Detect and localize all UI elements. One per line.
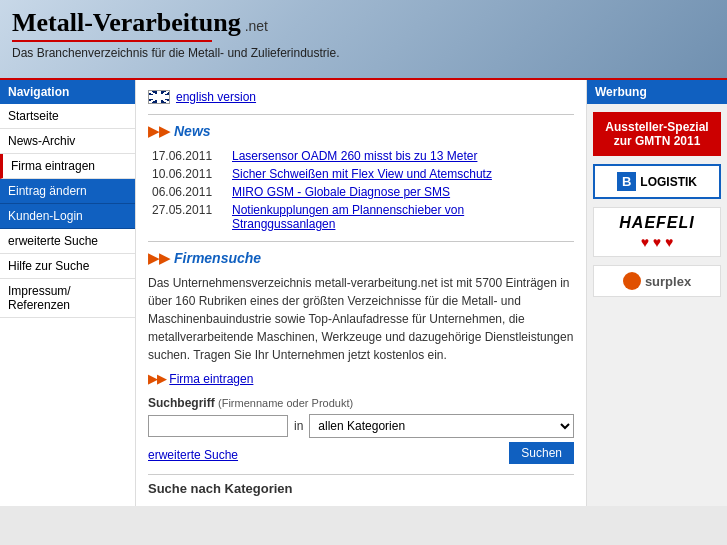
ad-surplex-text: surplex: [645, 274, 691, 289]
sidebar-item-news-archiv[interactable]: News-Archiv: [0, 129, 135, 154]
main-content: english version ▶▶ News 17.06.2011 Laser…: [135, 80, 587, 506]
surplex-icon: [623, 272, 641, 290]
ad-gmtn[interactable]: Aussteller-Spezial zur GMTN 2011: [593, 112, 721, 156]
sidebar-item-kunden-login[interactable]: Kunden-Login: [0, 204, 135, 229]
english-version-row: english version: [148, 90, 574, 104]
double-arrow-firma: ▶▶: [148, 372, 169, 386]
site-title: Metall-Verarbeitung: [12, 8, 241, 38]
ad-logistik[interactable]: B LOGISTIK: [593, 164, 721, 199]
main-layout: Navigation Startseite News-Archiv Firma …: [0, 80, 727, 506]
sidebar: Navigation Startseite News-Archiv Firma …: [0, 80, 135, 506]
suche-nach-kategorien: Suche nach Kategorien: [148, 474, 574, 496]
sidebar-item-hilfe-suche[interactable]: Hilfe zur Suche: [0, 254, 135, 279]
news-row-0: 17.06.2011 Lasersensor OADM 260 misst bi…: [148, 147, 574, 165]
search-input-row: in allen Kategorien: [148, 414, 574, 438]
search-form: Suchbegriff (Firmenname oder Produkt) in…: [148, 396, 574, 464]
double-arrow-firms: ▶▶: [148, 250, 170, 266]
sidebar-item-eintrag-aendern[interactable]: Eintrag ändern: [0, 179, 135, 204]
search-category-select[interactable]: allen Kategorien: [309, 414, 574, 438]
ad-haefeli-title: HAEFELI: [600, 214, 714, 232]
news-link-3[interactable]: Notienkupplungen am Plannenschieber von …: [232, 203, 464, 231]
news-date-3: 27.05.2011: [148, 201, 228, 233]
firmensuche-section-header: ▶▶ Firmensuche: [148, 250, 574, 266]
right-sidebar: Werbung Aussteller-Spezial zur GMTN 2011…: [587, 80, 727, 506]
search-in-label: in: [294, 419, 303, 433]
uk-flag-icon: [148, 90, 170, 104]
search-button[interactable]: Suchen: [509, 442, 574, 464]
firma-eintragen-link[interactable]: Firma eintragen: [169, 372, 253, 386]
sidebar-item-firma-eintragen[interactable]: Firma eintragen: [0, 154, 135, 179]
sidebar-item-startseite[interactable]: Startseite: [0, 104, 135, 129]
news-row-3: 27.05.2011 Notienkupplungen am Plannensc…: [148, 201, 574, 233]
site-net: .net: [245, 18, 268, 34]
search-advanced-link[interactable]: erweiterte Suche: [148, 448, 238, 462]
news-row-2: 06.06.2011 MIRO GSM - Globale Diagnose p…: [148, 183, 574, 201]
news-link-2[interactable]: MIRO GSM - Globale Diagnose per SMS: [232, 185, 450, 199]
divider-top: [148, 114, 574, 115]
news-date-2: 06.06.2011: [148, 183, 228, 201]
divider-news: [148, 241, 574, 242]
news-row-1: 10.06.2011 Sicher Schweißen mit Flex Vie…: [148, 165, 574, 183]
search-sublabel: (Firmenname oder Produkt): [218, 397, 353, 409]
news-link-0[interactable]: Lasersensor OADM 260 misst bis zu 13 Met…: [232, 149, 477, 163]
double-arrow-news: ▶▶: [148, 123, 170, 139]
ad-logistik-prefix: B: [617, 172, 636, 191]
news-date-1: 10.06.2011: [148, 165, 228, 183]
search-input[interactable]: [148, 415, 288, 437]
sidebar-item-erweiterte-suche[interactable]: erweiterte Suche: [0, 229, 135, 254]
news-date-0: 17.06.2011: [148, 147, 228, 165]
nav-section-header: Navigation: [0, 80, 135, 104]
news-table: 17.06.2011 Lasersensor OADM 260 misst bi…: [148, 147, 574, 233]
search-label-row: Suchbegriff (Firmenname oder Produkt): [148, 396, 574, 410]
page-header: Metall-Verarbeitung .net Das Branchenver…: [0, 0, 727, 80]
firma-eintragen-row: ▶▶ Firma eintragen: [148, 372, 574, 386]
ad-gmtn-line1: Aussteller-Spezial: [599, 120, 715, 134]
ad-haefeli-hearts: ♥ ♥ ♥: [600, 234, 714, 250]
ad-surplex[interactable]: surplex: [593, 265, 721, 297]
search-label: Suchbegriff: [148, 396, 215, 410]
search-button-row: erweiterte Suche Suchen: [148, 442, 574, 464]
sidebar-item-impressum[interactable]: Impressum/ Referenzen: [0, 279, 135, 318]
site-tagline: Das Branchenverzeichnis für die Metall- …: [12, 46, 715, 60]
ads-header: Werbung: [587, 80, 727, 104]
english-version-link[interactable]: english version: [176, 90, 256, 104]
ad-haefeli[interactable]: HAEFELI ♥ ♥ ♥: [593, 207, 721, 257]
news-section-header: ▶▶ News: [148, 123, 574, 139]
ad-gmtn-line2: zur GMTN 2011: [599, 134, 715, 148]
firmensuche-description: Das Unternehmensverzeichnis metall-verar…: [148, 274, 574, 364]
news-link-1[interactable]: Sicher Schweißen mit Flex View und Atems…: [232, 167, 492, 181]
ad-logistik-text: LOGISTIK: [640, 175, 697, 189]
